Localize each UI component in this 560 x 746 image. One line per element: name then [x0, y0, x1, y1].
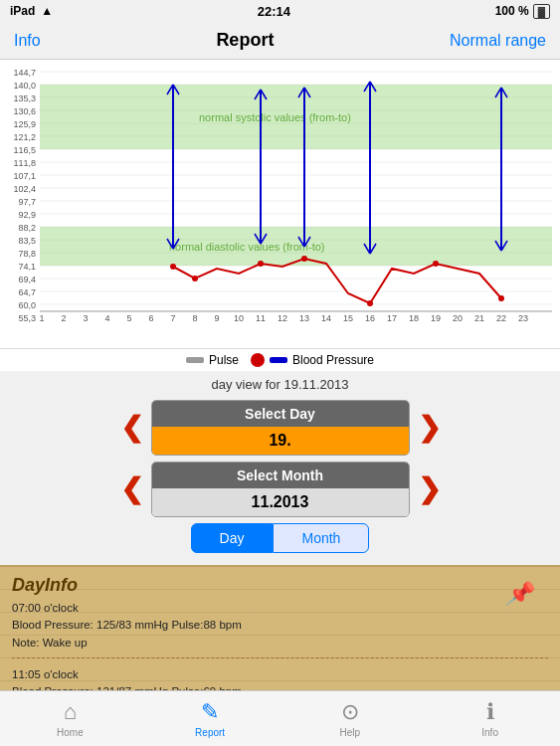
- controls-area: day view for 19.11.2013 ❮ Select Day 19.…: [0, 371, 560, 565]
- tab-report[interactable]: ✎ Report: [140, 699, 280, 738]
- svg-text:16: 16: [365, 313, 375, 323]
- select-month-header: Select Month: [152, 463, 409, 488]
- svg-point-93: [170, 264, 176, 270]
- svg-text:64,7: 64,7: [18, 287, 36, 297]
- wifi-icon: ▲: [41, 4, 53, 18]
- next-day-button[interactable]: ❯: [418, 414, 441, 442]
- svg-text:144,7: 144,7: [13, 68, 36, 78]
- svg-text:normal systolic values (from-t: normal systolic values (from-to): [199, 111, 351, 123]
- tab-info-label: Info: [481, 727, 498, 738]
- prev-month-button[interactable]: ❮: [120, 475, 143, 503]
- normal-range-button[interactable]: Normal range: [450, 32, 546, 50]
- svg-text:111,8: 111,8: [13, 158, 36, 168]
- svg-text:55,3: 55,3: [18, 313, 36, 323]
- svg-text:74,1: 74,1: [18, 262, 36, 272]
- svg-text:107,1: 107,1: [13, 171, 36, 181]
- tab-home-label: Home: [57, 727, 84, 738]
- svg-point-96: [301, 256, 307, 262]
- select-month-value[interactable]: 11.2013: [152, 488, 409, 516]
- svg-text:2: 2: [61, 313, 66, 323]
- svg-text:12: 12: [278, 313, 287, 323]
- tab-bar: ⌂ Home ✎ Report ⊙ Help ℹ Info: [0, 690, 560, 746]
- svg-text:1: 1: [39, 313, 44, 323]
- svg-text:13: 13: [299, 313, 309, 323]
- select-day-box: Select Day 19.: [151, 400, 410, 456]
- battery-icon: ▓: [533, 4, 550, 19]
- svg-text:97,7: 97,7: [18, 197, 36, 207]
- svg-point-98: [433, 261, 439, 267]
- svg-text:140,0: 140,0: [13, 81, 36, 91]
- svg-text:22: 22: [496, 313, 506, 323]
- legend-pulse-color: [186, 357, 204, 363]
- next-month-button[interactable]: ❯: [418, 475, 441, 503]
- svg-text:92,9: 92,9: [18, 210, 36, 220]
- svg-text:135,3: 135,3: [13, 93, 36, 103]
- select-day-header: Select Day: [152, 401, 409, 427]
- svg-text:116,5: 116,5: [13, 145, 36, 155]
- day-month-toggle: Day Month: [14, 523, 546, 553]
- time-display: 22:14: [258, 4, 290, 19]
- svg-text:69,4: 69,4: [18, 275, 36, 284]
- tab-info[interactable]: ℹ Info: [420, 699, 560, 738]
- dayinfo-entry-1: 07:00 o'clock Blood Pressure: 125/83 mmH…: [12, 600, 548, 658]
- svg-point-95: [258, 261, 264, 267]
- svg-text:18: 18: [409, 313, 419, 323]
- dayinfo-title: DayInfo 📌: [12, 575, 548, 596]
- tab-home[interactable]: ⌂ Home: [0, 699, 140, 738]
- svg-text:20: 20: [453, 313, 463, 323]
- svg-text:23: 23: [518, 313, 528, 323]
- entry1-time: 07:00 o'clock: [12, 600, 548, 617]
- svg-text:60,0: 60,0: [18, 300, 36, 310]
- svg-text:14: 14: [321, 313, 331, 323]
- svg-point-94: [192, 276, 198, 281]
- status-bar: iPad ▲ 22:14 100 % ▓: [0, 0, 560, 22]
- battery-label: 100 %: [495, 4, 529, 18]
- svg-text:3: 3: [83, 313, 88, 323]
- tab-report-label: Report: [195, 727, 225, 738]
- svg-text:121,2: 121,2: [13, 132, 36, 142]
- svg-text:21: 21: [474, 313, 484, 323]
- svg-point-97: [367, 300, 373, 306]
- svg-text:83,5: 83,5: [18, 236, 36, 246]
- entry2-time: 11:05 o'clock: [12, 666, 548, 683]
- report-icon: ✎: [201, 699, 219, 725]
- select-day-row: ❮ Select Day 19. ❯: [14, 400, 546, 456]
- chart-area: 144,7 140,0 135,3 130,6 125,9 121,2 116,…: [0, 60, 560, 348]
- page-title: Report: [216, 30, 274, 51]
- svg-text:5: 5: [126, 313, 131, 323]
- svg-text:9: 9: [214, 313, 219, 323]
- svg-text:15: 15: [343, 313, 353, 323]
- legend-pulse-label: Pulse: [209, 353, 239, 367]
- info-icon: ℹ: [486, 699, 494, 725]
- svg-text:88,2: 88,2: [18, 223, 36, 233]
- svg-text:17: 17: [387, 313, 397, 323]
- select-month-row: ❮ Select Month 11.2013 ❯: [14, 462, 546, 517]
- home-icon: ⌂: [64, 699, 77, 725]
- svg-text:102,4: 102,4: [13, 184, 36, 194]
- select-day-value[interactable]: 19.: [152, 427, 409, 455]
- legend-bp-color: [270, 357, 287, 363]
- svg-text:125,9: 125,9: [13, 119, 36, 129]
- day-toggle-button[interactable]: Day: [191, 523, 274, 553]
- entry1-note: Note: Wake up: [12, 635, 548, 652]
- entry1-bp: Blood Pressure: 125/83 mmHg Pulse:88 bpm: [12, 617, 548, 634]
- month-toggle-button[interactable]: Month: [273, 523, 369, 553]
- svg-text:8: 8: [192, 313, 197, 323]
- svg-text:7: 7: [170, 313, 175, 323]
- prev-day-button[interactable]: ❮: [120, 414, 143, 442]
- info-nav-button[interactable]: Info: [14, 32, 41, 50]
- ipad-label: iPad: [10, 4, 35, 18]
- help-icon: ⊙: [341, 699, 359, 725]
- tab-help[interactable]: ⊙ Help: [280, 699, 421, 738]
- select-month-box: Select Month 11.2013: [151, 462, 410, 517]
- svg-text:19: 19: [431, 313, 441, 323]
- svg-text:78,8: 78,8: [18, 249, 36, 259]
- tab-help-label: Help: [340, 727, 361, 738]
- svg-text:10: 10: [234, 313, 244, 323]
- legend-pulse-dot: [251, 353, 265, 367]
- svg-text:11: 11: [256, 313, 266, 323]
- svg-text:4: 4: [104, 313, 109, 323]
- nav-bar: Info Report Normal range: [0, 22, 560, 60]
- legend-bp-label: Blood Pressure: [292, 353, 374, 367]
- svg-point-99: [498, 295, 504, 301]
